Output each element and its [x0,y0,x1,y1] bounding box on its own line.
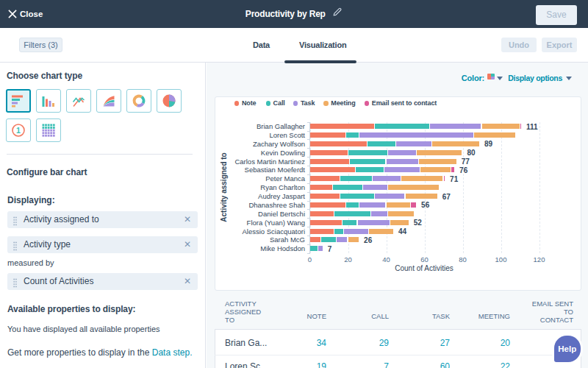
svg-text:1: 1 [16,126,21,135]
